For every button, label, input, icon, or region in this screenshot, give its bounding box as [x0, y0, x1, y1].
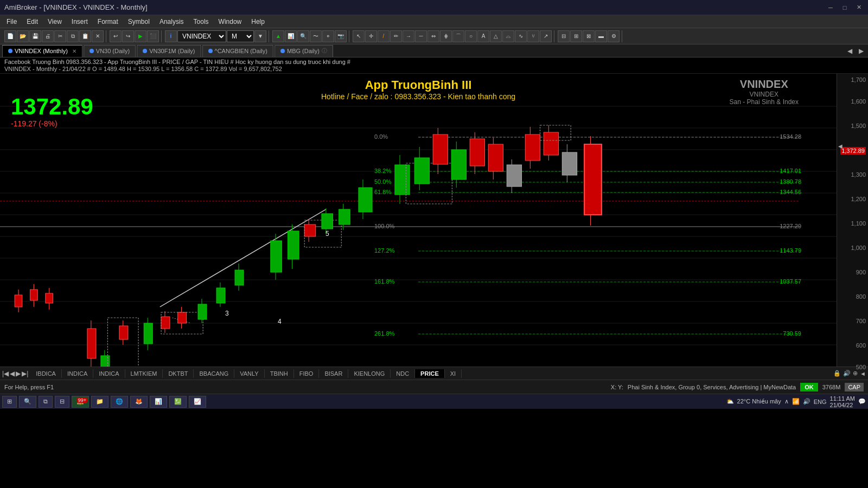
draw-line[interactable]: / — [378, 30, 390, 42]
btab-bisar[interactable]: BISAR — [319, 369, 348, 378]
indicator-tool[interactable]: ⌖ — [322, 30, 334, 42]
draw-ray[interactable]: → — [403, 30, 414, 42]
tab-vn30f1m[interactable]: VN30F1M (Daily) — [137, 45, 201, 57]
menu-symbol[interactable]: Symbol — [124, 17, 154, 27]
more-tools[interactable]: ⚙ — [608, 30, 620, 42]
draw-arc[interactable]: ⌓ — [502, 30, 514, 42]
nav-prev[interactable]: ◀ — [10, 370, 15, 377]
btab-fibo[interactable]: FIBO — [294, 369, 320, 378]
tile-v[interactable]: ⊞ — [570, 30, 582, 42]
draw-hline[interactable]: ─ — [415, 30, 427, 42]
draw-fan[interactable]: ⌒ — [452, 30, 464, 42]
nav-next[interactable]: ▶ — [16, 370, 21, 377]
btab-vanly[interactable]: VANLY — [234, 369, 264, 378]
browser2-button[interactable]: 🦊 — [130, 396, 148, 408]
tab-cangbien[interactable]: ^CANGBIEN (Daily) — [202, 45, 273, 57]
delete-button[interactable]: ✕ — [92, 30, 104, 42]
copy-button[interactable]: ⧉ — [67, 30, 79, 42]
minimize-button[interactable]: ─ — [826, 3, 835, 12]
app2-button[interactable]: 💹 — [169, 396, 187, 408]
tile-h[interactable]: ⊟ — [558, 30, 570, 42]
nav-last[interactable]: ▶| — [22, 370, 28, 377]
menu-file[interactable]: File — [2, 17, 21, 27]
menu-window[interactable]: Window — [214, 17, 246, 27]
start-button[interactable]: ⊞ — [2, 396, 17, 408]
zoom-tools[interactable]: 🔍 — [297, 30, 309, 42]
draw-arrows[interactable]: ⇔ — [427, 30, 439, 42]
lock-icon[interactable]: 🔒 — [833, 370, 841, 377]
pointer-tool[interactable]: ↖ — [353, 30, 365, 42]
draw-channel[interactable]: ⋕ — [440, 30, 452, 42]
chart-container[interactable]: 1372.89 -119.27 (-8%) App TruongBinh III… — [0, 74, 837, 367]
tab-close[interactable]: ✕ — [72, 48, 76, 54]
paste-button[interactable]: 📋 — [79, 30, 91, 42]
btab-ndc[interactable]: NDC — [391, 369, 415, 378]
widgets-button[interactable]: ⊟ — [55, 396, 69, 408]
menu-help[interactable]: Help — [247, 17, 269, 27]
tab-next[interactable]: ▶ — [857, 47, 866, 55]
menu-view[interactable]: View — [43, 17, 66, 27]
browser1-button[interactable]: 🌐 — [111, 396, 128, 408]
btab-dktbt[interactable]: DKTBT — [163, 369, 194, 378]
plus-icon[interactable]: ⊕ — [853, 370, 858, 377]
draw-triangle[interactable]: △ — [490, 30, 502, 42]
cut-button[interactable]: ✂ — [54, 30, 66, 42]
back-button[interactable]: ↩ — [110, 30, 122, 42]
btab-ibdica[interactable]: IBDICA — [30, 369, 62, 378]
symbol-select[interactable]: VNINDEX — [177, 30, 226, 42]
print-button[interactable]: 🖨 — [42, 30, 54, 42]
draw-fib[interactable]: ∿ — [515, 30, 527, 42]
app1-button[interactable]: 📊 — [150, 396, 167, 408]
btab-xi[interactable]: XI — [445, 369, 462, 378]
app3-button[interactable]: 📈 — [189, 396, 206, 408]
vol-bar[interactable]: ▬ — [595, 30, 607, 42]
tab-prev[interactable]: ◀ — [845, 47, 854, 55]
draw-pencil[interactable]: ✏ — [390, 30, 402, 42]
btab-lmtkiem[interactable]: LMTKIEM — [125, 369, 163, 378]
stop-button[interactable]: ⬛ — [147, 30, 159, 42]
close-button[interactable]: ✕ — [854, 3, 864, 12]
chart-tools[interactable]: 📊 — [285, 30, 297, 42]
tab-mbg[interactable]: MBG (Daily) ⓘ — [275, 45, 333, 57]
search-button[interactable]: 🔍 — [19, 396, 36, 408]
arrow-up-green[interactable]: ▲ — [272, 30, 284, 42]
folder-button[interactable]: 📁 — [91, 396, 108, 408]
menu-insert[interactable]: Insert — [67, 17, 92, 27]
btab-kienlong[interactable]: KIENLONG — [348, 369, 391, 378]
camera-tool[interactable]: 📷 — [335, 30, 347, 42]
btab-indica2[interactable]: INDICA — [93, 369, 125, 378]
btab-indica1[interactable]: INDICA — [62, 369, 93, 378]
menu-format[interactable]: Format — [93, 17, 123, 27]
sound-icon[interactable]: 🔊 — [843, 370, 851, 377]
task-view-button[interactable]: ⧉ — [39, 396, 53, 408]
crosshair-tool[interactable]: ✛ — [365, 30, 377, 42]
btab-tbinh[interactable]: TBINH — [265, 369, 294, 378]
menu-analysis[interactable]: Analysis — [155, 17, 188, 27]
btab-bbacang[interactable]: BBACANG — [194, 369, 234, 378]
nav-first[interactable]: |◀ — [2, 370, 9, 377]
btab-price[interactable]: PRICE — [415, 369, 445, 378]
tab-vn30[interactable]: VN30 (Daily) — [84, 45, 136, 57]
tray-expand[interactable]: ∧ — [784, 398, 789, 405]
draw-pitchfork[interactable]: ⑂ — [527, 30, 539, 42]
draw-ellipse[interactable]: ○ — [465, 30, 477, 42]
draw-elliott[interactable]: ↗ — [540, 30, 552, 42]
ok-button[interactable]: OK — [800, 383, 818, 391]
period-select[interactable]: M — [227, 30, 254, 42]
save-button[interactable]: 💾 — [29, 30, 41, 42]
maximize-button[interactable]: □ — [840, 3, 850, 12]
open-button[interactable]: 📂 — [17, 30, 29, 42]
tile-grid[interactable]: ⊠ — [583, 30, 595, 42]
notification-btn[interactable]: 🔔 99+ — [72, 396, 89, 408]
menu-edit[interactable]: Edit — [22, 17, 42, 27]
period-expand[interactable]: ▼ — [254, 30, 266, 42]
wave-tool[interactable]: 〜 — [310, 30, 322, 42]
info-button[interactable]: i — [165, 30, 177, 42]
new-button[interactable]: 📄 — [4, 30, 16, 42]
menu-tools[interactable]: Tools — [189, 17, 213, 27]
refresh-button[interactable]: ▶ — [135, 30, 146, 42]
scroll-left[interactable]: ◄ — [860, 370, 866, 377]
forward-button[interactable]: ↪ — [122, 30, 134, 42]
tab-vnindex[interactable]: VNINDEX (Monthly) ✕ — [2, 45, 82, 57]
notification-center[interactable]: 💬 — [858, 398, 866, 405]
